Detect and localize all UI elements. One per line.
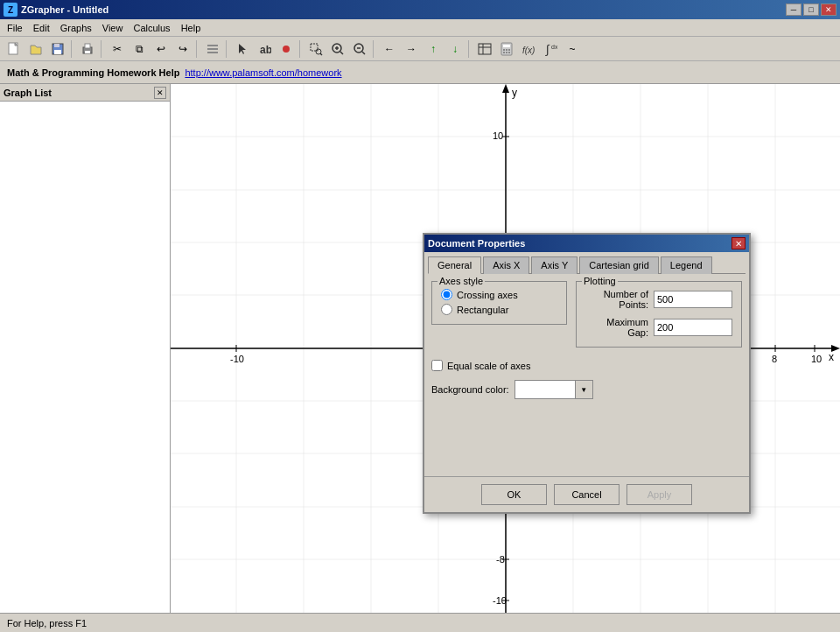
svg-rect-24 [479, 44, 491, 54]
sidebar-close-button[interactable]: ✕ [154, 87, 166, 99]
toolbar-print[interactable] [77, 39, 98, 59]
toolbar-wave[interactable]: ~ [562, 39, 583, 59]
svg-point-13 [283, 46, 290, 53]
svg-line-16 [320, 53, 322, 55]
toolbar-table[interactable] [474, 39, 495, 59]
toolbar-cut[interactable]: ✂ [107, 39, 128, 59]
toolbar-separator-6 [373, 40, 376, 58]
apply-button[interactable]: Apply [626, 484, 692, 505]
axes-style-legend: Axes style [438, 276, 485, 286]
main-area: Graph List ✕ [0, 84, 840, 613]
dialog-close-button[interactable]: ✕ [732, 237, 746, 249]
toolbar-scroll-left[interactable]: ← [379, 39, 400, 59]
svg-rect-7 [85, 51, 90, 53]
svg-marker-11 [239, 44, 246, 54]
svg-rect-9 [207, 48, 218, 50]
menu-bar: File Edit Graphs View Calculus Help [0, 19, 840, 37]
tab-legend[interactable]: Legend [661, 256, 712, 274]
menu-help[interactable]: Help [176, 21, 206, 35]
svg-text:dx: dx [551, 44, 557, 50]
rectangular-label: Rectangular [457, 305, 508, 315]
toolbar-dot[interactable] [276, 39, 297, 59]
toolbar-zoom-out[interactable] [349, 39, 370, 59]
equal-scale-checkbox[interactable] [431, 360, 443, 371]
toolbar-scroll-up[interactable]: ↑ [423, 39, 444, 59]
svg-rect-34 [508, 52, 510, 53]
crossing-axes-label: Crossing axes [457, 290, 518, 300]
toolbar-zoom-in[interactable] [327, 39, 348, 59]
dialog-overlay: Document Properties ✕ General Axis X Axi… [171, 84, 840, 613]
minimize-button[interactable]: ─ [786, 4, 802, 16]
svg-rect-4 [54, 50, 61, 54]
equal-scale-label: Equal scale of axes [447, 361, 530, 371]
dialog-buttons: OK Cancel Apply [424, 476, 749, 512]
svg-rect-29 [503, 49, 505, 51]
tab-cartesian-grid[interactable]: Cartesian grid [579, 256, 658, 274]
num-points-input[interactable] [654, 291, 732, 308]
menu-file[interactable]: File [2, 21, 28, 35]
dialog-body: Axes style Crossing axes Rectangular [424, 274, 749, 476]
svg-rect-30 [506, 49, 508, 51]
app-icon: Z [4, 3, 18, 17]
tab-axis-y[interactable]: Axis Y [531, 256, 578, 274]
toolbar-separator-2 [101, 40, 104, 58]
toolbar-zoom-rect[interactable] [305, 39, 326, 59]
toolbar-redo[interactable]: ↪ [172, 39, 193, 59]
svg-rect-33 [506, 52, 508, 53]
dialog-spacer [431, 399, 742, 469]
toolbar-fx[interactable]: f(x) [518, 39, 539, 59]
toolbar-open[interactable] [25, 39, 46, 59]
bg-color-select[interactable]: ▼ [514, 380, 593, 399]
bg-color-dropdown-arrow[interactable]: ▼ [575, 381, 592, 398]
menu-calculus[interactable]: Calculus [128, 21, 175, 35]
max-gap-label: Maximum Gap: [585, 317, 648, 338]
menu-edit[interactable]: Edit [28, 21, 55, 35]
svg-line-22 [362, 52, 365, 54]
ok-button[interactable]: OK [481, 484, 547, 505]
toolbar-new[interactable] [4, 39, 24, 59]
toolbar-text[interactable]: ab [254, 39, 275, 59]
svg-line-18 [340, 52, 343, 54]
toolbar-calc[interactable] [496, 39, 517, 59]
tab-general[interactable]: General [428, 256, 481, 274]
svg-rect-6 [85, 44, 90, 48]
toolbar-select[interactable] [232, 39, 253, 59]
crossing-axes-radio[interactable] [441, 289, 452, 300]
toolbar-integral[interactable]: ∫dx [540, 39, 561, 59]
menu-graphs[interactable]: Graphs [55, 21, 97, 35]
banner-link[interactable]: http://www.palamsoft.com/homework [185, 67, 341, 78]
svg-text:f(x): f(x) [522, 46, 535, 55]
rectangular-radio[interactable] [441, 304, 452, 315]
toolbar-scroll-down[interactable]: ↓ [444, 39, 466, 59]
rectangular-option[interactable]: Rectangular [441, 304, 557, 315]
banner-bar: Math & Programming Homework Help http://… [0, 61, 840, 84]
toolbar-separator-4 [226, 40, 229, 58]
close-button[interactable]: ✕ [821, 4, 836, 16]
svg-rect-8 [207, 45, 218, 46]
max-gap-input[interactable] [654, 319, 732, 336]
toolbar-scroll-right[interactable]: → [401, 39, 422, 59]
menu-view[interactable]: View [97, 21, 129, 35]
svg-rect-28 [503, 45, 510, 47]
svg-text:ab: ab [260, 44, 271, 56]
toolbar-separator-1 [71, 40, 74, 58]
window-title: ZGrapher - Untitled [21, 4, 108, 15]
graph-canvas: x y -10 4 6 8 10 10 -4 -6 -8 [171, 84, 840, 613]
num-points-row: Number of Points: [585, 289, 732, 310]
num-points-label: Number of Points: [585, 289, 648, 310]
banner-text: Math & Programming Homework Help [7, 67, 179, 78]
toolbar-undo[interactable]: ↩ [150, 39, 172, 59]
maximize-button[interactable]: □ [803, 4, 819, 16]
toolbar: ✂ ⧉ ↩ ↪ ab ← → ↑ ↓ f(x) ∫dx ~ [0, 37, 840, 61]
crossing-axes-option[interactable]: Crossing axes [441, 289, 557, 300]
tab-axis-x[interactable]: Axis X [483, 256, 529, 274]
toolbar-copy[interactable]: ⧉ [129, 39, 150, 59]
toolbar-save[interactable] [47, 39, 68, 59]
cancel-button[interactable]: Cancel [554, 484, 620, 505]
bg-color-row: Background color: ▼ [431, 380, 742, 399]
svg-rect-3 [54, 44, 60, 47]
toolbar-list[interactable] [202, 39, 223, 59]
toolbar-separator-5 [299, 40, 303, 58]
svg-rect-10 [207, 52, 218, 53]
axes-style-group: Axes style Crossing axes Rectangular [431, 281, 567, 325]
